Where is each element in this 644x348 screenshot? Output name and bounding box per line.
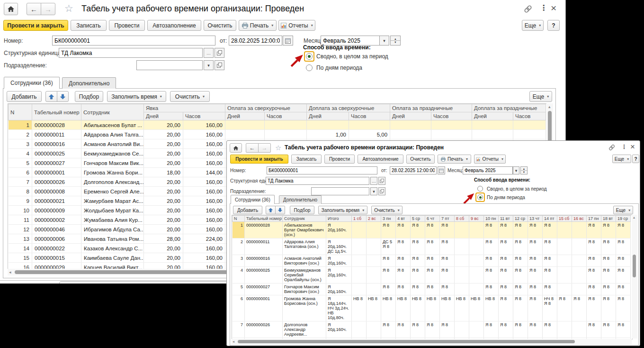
cell[interactable]: Я 8 — [616, 321, 631, 338]
scrollbar-thumb[interactable] — [238, 340, 575, 343]
cell[interactable]: 0000000025 — [32, 149, 81, 158]
cell[interactable]: 8 — [9, 187, 32, 196]
cell[interactable] — [367, 238, 381, 255]
cell[interactable] — [352, 255, 367, 267]
cell[interactable]: Айдарова Алия Талгатовна (осн.) — [283, 238, 326, 255]
cell[interactable]: 20,00 — [144, 177, 183, 187]
cell[interactable]: 0000000011 — [245, 238, 283, 255]
print-button[interactable]: Печать▾ — [438, 155, 471, 164]
cell[interactable]: Я 8 — [528, 222, 543, 238]
cell[interactable]: Я 8 — [411, 238, 425, 255]
cell[interactable]: 20,00 — [144, 196, 183, 206]
radio-summary-period[interactable]: Сводно, в целом за период — [305, 52, 388, 61]
clear-list-button[interactable]: Очистить▾ — [371, 206, 402, 214]
month-dropdown-button[interactable]: ▾ — [513, 166, 519, 174]
cell[interactable]: 3 — [233, 255, 245, 267]
cell[interactable]: Я 8 — [587, 255, 601, 267]
tab-employees[interactable]: Сотрудники (36) — [4, 77, 60, 89]
cell[interactable]: Гончаров Максим Вик... — [81, 158, 144, 168]
tab-additional[interactable]: Дополнительно — [62, 77, 116, 89]
print-button[interactable]: Печать▾ — [239, 20, 277, 31]
cell[interactable]: НЧ 8 Я 8 — [543, 295, 557, 321]
cell[interactable]: 20,00 — [144, 253, 183, 263]
cell[interactable]: 0000000025 — [245, 267, 283, 284]
favorite-star-icon[interactable]: ☆ — [64, 3, 73, 13]
cell[interactable]: 5,00 — [349, 130, 390, 139]
cell[interactable] — [265, 120, 307, 130]
cell[interactable]: Я 8 — [499, 222, 513, 238]
cell[interactable]: Я 8 — [499, 295, 513, 321]
close-icon[interactable]: × — [551, 3, 556, 13]
cell[interactable]: Я 8 — [601, 295, 616, 321]
cell[interactable]: Я 8 — [396, 321, 411, 338]
cell[interactable] — [431, 120, 472, 130]
cell[interactable] — [557, 284, 572, 295]
cell[interactable]: 1 — [233, 222, 245, 238]
clear-button[interactable]: Очистить — [406, 155, 435, 164]
cell[interactable] — [367, 321, 381, 338]
cell[interactable]: НВ 8 — [352, 295, 367, 321]
cell[interactable]: 13 — [9, 234, 32, 244]
cell[interactable]: Я 8 — [396, 255, 411, 267]
cell[interactable]: Я 8 — [616, 267, 631, 284]
horizontal-scrollbar[interactable]: ◂ — [232, 339, 632, 345]
cell[interactable]: 9 — [9, 196, 32, 206]
cell[interactable]: 0000000006 — [32, 234, 81, 244]
cell[interactable]: Я 8 — [440, 255, 455, 267]
cell[interactable]: Жамурбаев Марат Ас... — [81, 196, 144, 206]
cell[interactable] — [225, 120, 265, 130]
cell[interactable]: Я 8 — [425, 321, 440, 338]
cell[interactable]: 160,00 — [183, 177, 225, 187]
cell[interactable]: 20,00 — [144, 130, 183, 139]
cell[interactable]: Я 8 — [440, 321, 455, 338]
cell[interactable]: Абилькасенов Булат Омарбекович (осн.) — [283, 222, 326, 238]
write-button[interactable]: Записать — [71, 20, 107, 31]
cell[interactable] — [265, 130, 307, 139]
month-spinner[interactable]: ▴▾ — [390, 36, 401, 46]
autofill-button[interactable]: Автозаполнение — [147, 20, 201, 31]
back-button[interactable]: ← — [27, 3, 41, 15]
cell[interactable]: 1,00 — [307, 130, 349, 139]
cell[interactable]: 20,00 — [144, 149, 183, 158]
cell[interactable] — [367, 284, 381, 295]
cell[interactable]: 0000000002 — [32, 215, 81, 225]
cell[interactable]: Я 8 — [528, 284, 543, 295]
pick-button[interactable]: Подбор — [75, 91, 103, 102]
cell[interactable]: 160,00 — [183, 187, 225, 196]
cell[interactable]: 0000000027 — [32, 158, 81, 168]
cell[interactable]: Я 8 — [411, 321, 425, 338]
cell[interactable]: Я 8 — [484, 222, 499, 238]
cell[interactable]: Я 8 — [396, 222, 411, 238]
cell[interactable]: Я 8 — [543, 238, 557, 255]
cell[interactable]: Я 8 — [484, 267, 499, 284]
kebab-menu-icon[interactable]: ⋮ — [621, 144, 627, 150]
department-open-button[interactable] — [215, 60, 224, 70]
cell[interactable] — [349, 120, 390, 130]
cell[interactable]: 160,00 — [183, 149, 225, 158]
cell[interactable]: 160,00 — [183, 215, 225, 225]
cell[interactable]: ДС 5 Я 8 — [381, 238, 396, 255]
number-input[interactable] — [52, 36, 215, 46]
month-input[interactable] — [463, 166, 513, 174]
move-up-button[interactable] — [266, 206, 276, 214]
cell[interactable]: 4 — [9, 149, 32, 158]
cell[interactable] — [572, 267, 587, 284]
cell[interactable]: Я 8 — [601, 321, 616, 338]
cell[interactable]: 0000000016 — [32, 139, 81, 149]
cell[interactable] — [455, 222, 469, 238]
cell[interactable]: 0000000001 — [32, 168, 81, 177]
unit-choose-button[interactable]: … — [370, 177, 377, 185]
unit-input[interactable] — [59, 48, 203, 58]
cell[interactable] — [455, 321, 469, 338]
cell[interactable]: Я 8 — [440, 238, 455, 255]
cell[interactable]: 7 — [233, 321, 245, 338]
forward-button[interactable]: → — [258, 143, 271, 153]
calendar-button[interactable] — [438, 166, 445, 174]
cell[interactable] — [352, 238, 367, 255]
post-and-close-button[interactable]: Провести и закрыть — [3, 20, 68, 31]
cell[interactable]: Я 8 — [425, 267, 440, 284]
home-button[interactable] — [230, 143, 242, 153]
cell[interactable]: Я 8 — [499, 255, 513, 267]
cell[interactable]: Я 8 — [396, 238, 411, 255]
cell[interactable] — [557, 222, 572, 238]
